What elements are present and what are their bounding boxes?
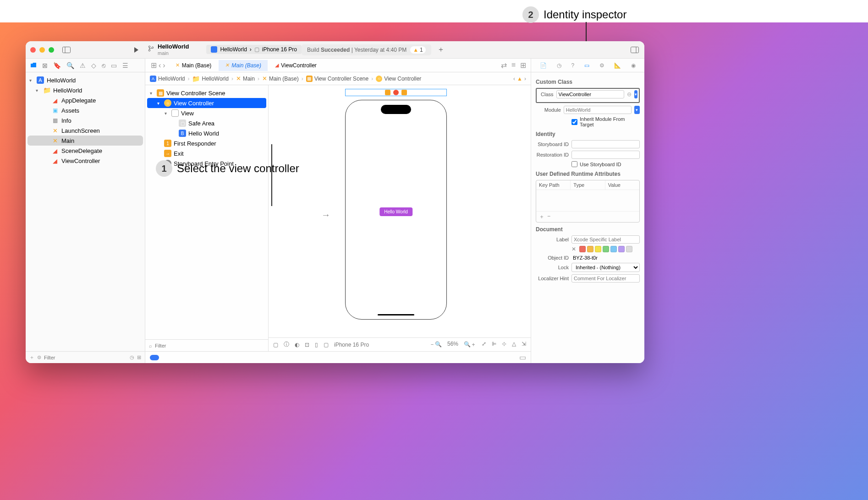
file-info[interactable]: ▦Info bbox=[27, 115, 143, 125]
tree-group[interactable]: ▾📁HelloWorld bbox=[27, 85, 143, 95]
run-button[interactable] bbox=[131, 45, 141, 55]
jump-next-icon[interactable]: › bbox=[524, 76, 526, 82]
editor-options-icon[interactable]: ≡ bbox=[511, 61, 516, 70]
canvas-device-label[interactable]: iPhone 16 Pro bbox=[334, 342, 369, 348]
file-scenedelegate[interactable]: ◢SceneDelegate bbox=[27, 146, 143, 156]
variants-icon[interactable]: ▯ bbox=[315, 342, 318, 348]
issue-navigator-icon[interactable]: ⚠ bbox=[80, 62, 86, 69]
scene-selection-bar[interactable] bbox=[345, 89, 447, 96]
outline-button[interactable]: BHello World bbox=[147, 128, 266, 138]
recent-icon[interactable]: ◷ bbox=[130, 354, 134, 360]
exit-dock-icon[interactable] bbox=[401, 90, 407, 95]
zoom-level[interactable]: 56% bbox=[447, 341, 458, 348]
use-storyboard-id-checkbox[interactable] bbox=[571, 161, 577, 167]
find-navigator-icon[interactable]: 🔍 bbox=[66, 62, 74, 69]
localizer-hint-input[interactable] bbox=[571, 274, 640, 283]
remove-runtime-attr-icon[interactable]: − bbox=[547, 213, 550, 221]
outline-first-responder[interactable]: 1First Responder bbox=[147, 138, 266, 148]
tree-project-root[interactable]: ▾AHelloWorld bbox=[27, 75, 143, 85]
lock-select[interactable]: Inherited - (Nothing) bbox=[571, 263, 640, 272]
toggle-inspector-icon[interactable] bbox=[630, 45, 640, 55]
connections-inspector-icon[interactable]: ◉ bbox=[631, 62, 636, 69]
tab-main-1[interactable]: ✕Main (Base) bbox=[169, 60, 218, 71]
label-color-swatches[interactable]: ✕ bbox=[536, 246, 640, 252]
source-control-navigator-icon[interactable]: ⊠ bbox=[42, 62, 48, 69]
runtime-attributes-table[interactable]: Key Path Type Value ＋ − bbox=[536, 180, 640, 223]
related-items-icon[interactable]: ⊞ bbox=[151, 61, 157, 70]
align-icon[interactable]: ⊫ bbox=[492, 341, 496, 348]
clear-color-icon[interactable]: ✕ bbox=[571, 246, 578, 252]
device-config-icon[interactable]: ▢ bbox=[273, 342, 278, 348]
identity-inspector-icon[interactable]: ▭ bbox=[584, 62, 589, 69]
jump-prev-icon[interactable]: ‹ bbox=[513, 76, 515, 82]
help-inspector-icon[interactable]: ? bbox=[571, 62, 574, 69]
attributes-inspector-icon[interactable]: ⚙ bbox=[599, 62, 604, 69]
clear-icon[interactable]: ⊖ bbox=[627, 91, 632, 98]
tab-main-2[interactable]: ✕Main (Base) bbox=[219, 60, 268, 71]
class-dropdown-icon[interactable]: ▾ bbox=[634, 90, 637, 98]
outline-filter-input[interactable] bbox=[155, 343, 264, 348]
layout-icon[interactable]: ⊡ bbox=[305, 342, 309, 348]
scheme-selector[interactable]: HelloWorld main HelloWorld › ▢ iPhone 16… bbox=[148, 43, 302, 55]
jump-bar[interactable]: AHelloWorld› 📁HelloWorld› ✕Main› ✕Main (… bbox=[145, 72, 531, 85]
document-label-input[interactable] bbox=[571, 235, 640, 244]
test-navigator-icon[interactable]: ◇ bbox=[91, 62, 96, 69]
outline-view-controller[interactable]: ▾○View Controller bbox=[147, 98, 266, 108]
add-editor-icon[interactable]: ⊞ bbox=[520, 61, 526, 70]
activity-status[interactable]: Build Succeeded | Yesterday at 4:40 PM ▲… bbox=[302, 44, 431, 55]
nav-back-icon[interactable]: ‹ bbox=[159, 61, 161, 70]
storyboard-id-input[interactable] bbox=[571, 140, 640, 148]
debug-navigator-icon[interactable]: ⎋ bbox=[102, 62, 105, 69]
bookmark-navigator-icon[interactable]: 🔖 bbox=[53, 62, 61, 69]
first-responder-dock-icon[interactable] bbox=[393, 90, 399, 95]
outline-scene[interactable]: ▾▦View Controller Scene bbox=[147, 88, 266, 98]
file-appdelegate[interactable]: ◢AppDelegate bbox=[27, 95, 143, 105]
navigator-filter[interactable]: ＋ ⊜ ◷ ⊞ bbox=[26, 351, 145, 363]
outline-filter[interactable]: ⌕ bbox=[145, 339, 268, 351]
entry-point-arrow[interactable]: → bbox=[321, 210, 330, 220]
pin-icon[interactable]: ⊹ bbox=[502, 341, 506, 348]
filter-scope-icon[interactable]: ⊜ bbox=[37, 354, 41, 360]
run-destination[interactable]: HelloWorld › ▢ iPhone 16 Pro bbox=[206, 45, 302, 54]
zoom-out-icon[interactable]: －🔍 bbox=[429, 341, 442, 348]
editor-swap-icon[interactable]: ⇄ bbox=[501, 61, 507, 70]
embed-icon[interactable]: ⤢ bbox=[482, 341, 486, 348]
scm-filter-icon[interactable]: ⊞ bbox=[137, 354, 141, 360]
accessibility-icon[interactable]: ▢ bbox=[324, 342, 329, 348]
add-runtime-attr-icon[interactable]: ＋ bbox=[539, 213, 544, 221]
add-icon[interactable]: ＋ bbox=[29, 354, 34, 361]
toggle-navigator-icon[interactable] bbox=[61, 45, 71, 55]
class-input[interactable] bbox=[556, 90, 624, 98]
file-inspector-icon[interactable]: 📄 bbox=[540, 62, 547, 69]
close-icon[interactable] bbox=[30, 47, 36, 53]
debug-breakpoint-toggle[interactable] bbox=[150, 355, 159, 360]
file-viewcontroller[interactable]: ◢ViewController bbox=[27, 156, 143, 166]
library-button[interactable]: ＋ bbox=[436, 45, 446, 55]
zoom-in-icon[interactable]: 🔍＋ bbox=[464, 341, 476, 348]
size-inspector-icon[interactable]: 📐 bbox=[614, 62, 621, 69]
ib-canvas[interactable]: → Hello World ▢ ⓘ ◐ ⊡ ▯ ▢ bbox=[269, 85, 531, 351]
minimize-icon[interactable] bbox=[39, 47, 45, 53]
outline-exit[interactable]: →Exit bbox=[147, 148, 266, 158]
tab-viewcontroller[interactable]: ◢ViewController bbox=[269, 60, 323, 71]
module-input[interactable] bbox=[564, 106, 632, 114]
outline-safe-area[interactable]: ▢Safe Area bbox=[147, 118, 266, 128]
file-launchscreen[interactable]: ✕LaunchScreen bbox=[27, 125, 143, 136]
navigator-filter-input[interactable] bbox=[44, 355, 127, 360]
hello-world-button[interactable]: Hello World bbox=[379, 207, 412, 216]
vc-dock-icon[interactable] bbox=[385, 90, 390, 95]
file-main[interactable]: ✕Main bbox=[27, 136, 143, 146]
warning-badge[interactable]: ▲ 1 bbox=[410, 46, 426, 54]
orientation-icon[interactable]: ⓘ bbox=[284, 341, 289, 348]
breakpoint-navigator-icon[interactable]: ▭ bbox=[111, 62, 117, 69]
nav-forward-icon[interactable]: › bbox=[163, 61, 165, 70]
toggle-debug-icon[interactable]: ▭ bbox=[519, 353, 526, 362]
zoom-icon[interactable] bbox=[49, 47, 54, 53]
inherit-module-checkbox[interactable] bbox=[571, 119, 577, 125]
appearance-icon[interactable]: ◐ bbox=[295, 342, 299, 348]
device-frame[interactable]: Hello World bbox=[345, 100, 447, 320]
history-inspector-icon[interactable]: ◷ bbox=[557, 62, 561, 69]
file-assets[interactable]: ▣Assets bbox=[27, 105, 143, 115]
embed-in-icon[interactable]: ⇲ bbox=[522, 341, 526, 348]
window-traffic-lights[interactable] bbox=[30, 47, 54, 53]
